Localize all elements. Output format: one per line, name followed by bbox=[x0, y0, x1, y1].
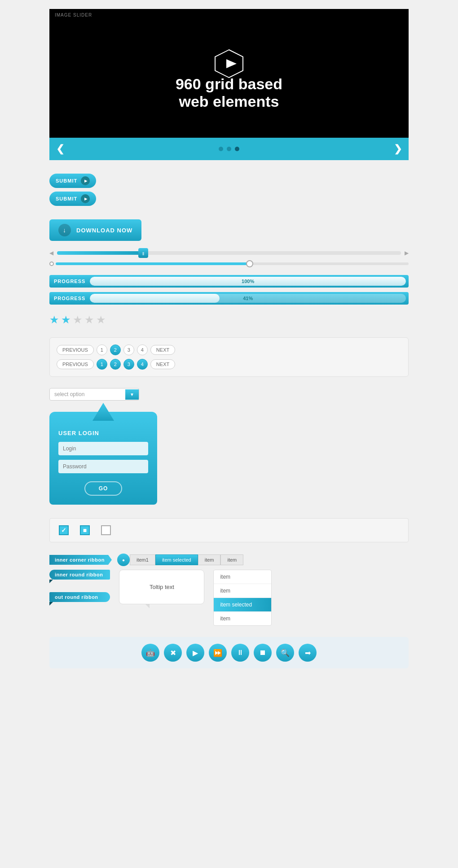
progress-label-2: PROGRESS bbox=[49, 296, 90, 301]
dropdown-item-1[interactable]: item bbox=[214, 570, 271, 584]
prev-button-1[interactable]: PREVIOUS bbox=[57, 345, 94, 355]
media-next-button[interactable]: ➡ bbox=[299, 644, 317, 662]
tab-item-2-label: item selected bbox=[162, 557, 191, 563]
dropdown-item-3-label: item selected bbox=[220, 602, 252, 608]
page-num-2-1[interactable]: 1 bbox=[97, 359, 107, 370]
progress-track-1: 100% bbox=[90, 277, 406, 286]
slider-thumb-2[interactable] bbox=[246, 260, 253, 267]
slider-dot-3[interactable] bbox=[235, 147, 239, 151]
pagination-row-1: PREVIOUS 1 2 3 4 NEXT bbox=[57, 345, 401, 355]
slider-thumb-1[interactable] bbox=[138, 248, 148, 258]
tab-bar: ● item1 item selected item item bbox=[117, 554, 243, 566]
media-pause-button[interactable]: ⏸ bbox=[231, 644, 249, 662]
select-wrapper[interactable]: select option ▼ bbox=[49, 388, 139, 401]
login-go-button[interactable]: GO bbox=[84, 481, 123, 496]
ribbons-left: inner round ribbon out round ribbon bbox=[49, 570, 110, 602]
media-close-button[interactable]: ✖ bbox=[164, 644, 182, 662]
slider-dot-left bbox=[49, 262, 54, 266]
tooltip-text: Toltip text bbox=[150, 584, 174, 590]
media-play-button[interactable]: ▶ bbox=[186, 644, 204, 662]
download-label: DOWNLOAD NOW bbox=[76, 227, 132, 234]
page-num-1-1[interactable]: 1 bbox=[97, 345, 107, 355]
progress-text-1: 100% bbox=[90, 279, 406, 284]
media-robot-button[interactable]: 🤖 bbox=[141, 644, 159, 662]
media-search-button[interactable]: 🔍 bbox=[276, 644, 294, 662]
tab-item-2[interactable]: item selected bbox=[155, 554, 198, 565]
login-input[interactable] bbox=[58, 442, 148, 455]
password-input[interactable] bbox=[58, 460, 148, 473]
tab-item-3[interactable]: item bbox=[198, 554, 221, 565]
star-2[interactable]: ★ bbox=[61, 314, 71, 326]
next-button-2[interactable]: NEXT bbox=[150, 359, 175, 369]
tab-item-4-label: item bbox=[227, 557, 237, 563]
dropdown-item-2[interactable]: item bbox=[214, 584, 271, 598]
submit-button-2[interactable]: SUBMIT bbox=[49, 192, 96, 206]
checkbox-1[interactable]: ✓ bbox=[59, 525, 69, 535]
tab-item-4[interactable]: item bbox=[220, 554, 243, 565]
select-section: select option ▼ bbox=[49, 388, 409, 401]
inner-round-ribbon-label: inner round ribbon bbox=[55, 572, 103, 577]
ribbon-row-2: inner round ribbon out round ribbon Tolt… bbox=[49, 570, 409, 626]
ribbon-indicator-3 bbox=[49, 602, 53, 606]
slider-dots bbox=[219, 147, 239, 151]
star-5[interactable]: ★ bbox=[96, 314, 106, 326]
checkmark-icon: ✓ bbox=[61, 527, 66, 534]
dropdown-item-2-label: item bbox=[220, 588, 230, 594]
slider-dot-1[interactable] bbox=[219, 147, 223, 151]
svg-marker-1 bbox=[226, 59, 237, 68]
star-3[interactable]: ★ bbox=[73, 314, 83, 326]
dropdown-list: item item item selected item bbox=[213, 570, 272, 626]
download-button[interactable]: ↓ DOWNLOAD NOW bbox=[49, 219, 141, 241]
page-num-2-4[interactable]: 4 bbox=[137, 359, 148, 370]
ribbons-section: inner corner ribbon ● item1 item selecte… bbox=[49, 554, 409, 626]
page-num-1-2[interactable]: 2 bbox=[110, 345, 121, 355]
slider-dot-2[interactable] bbox=[227, 147, 231, 151]
play-hex-icon bbox=[213, 48, 245, 79]
dropdown-item-1-label: item bbox=[220, 574, 230, 580]
tab-item-1[interactable]: item1 bbox=[130, 554, 155, 565]
progress-track-2: 41% bbox=[90, 294, 406, 303]
slider-track-1[interactable] bbox=[57, 251, 401, 255]
media-fastforward-button[interactable]: ⏩ bbox=[209, 644, 227, 662]
select-placeholder: select option bbox=[50, 388, 125, 400]
ribbon-indicator bbox=[49, 565, 53, 568]
login-section: USER LOGIN GO bbox=[49, 412, 409, 505]
pagination-section: PREVIOUS 1 2 3 4 NEXT PREVIOUS 1 2 3 4 N… bbox=[49, 337, 409, 377]
submit-buttons-section: SUBMIT SUBMIT bbox=[49, 174, 409, 206]
slider-fill-1 bbox=[57, 251, 143, 255]
page-num-2-2[interactable]: 2 bbox=[110, 359, 121, 370]
dropdown-item-4-label: item bbox=[220, 615, 230, 622]
partial-checkmark-icon: ■ bbox=[83, 527, 87, 534]
next-button-1[interactable]: NEXT bbox=[150, 345, 175, 355]
login-card: USER LOGIN GO bbox=[49, 412, 157, 505]
checkbox-3[interactable] bbox=[101, 525, 111, 535]
checkbox-2[interactable]: ■ bbox=[80, 525, 90, 535]
range-slider-1: ◀ ▶ bbox=[49, 250, 409, 256]
progress-text-2: 41% bbox=[90, 296, 406, 301]
image-slider: iMAGE SLIDER 960 grid based web elements… bbox=[49, 9, 409, 160]
login-card-top bbox=[49, 412, 157, 425]
submit-button-1[interactable]: SUBMIT bbox=[49, 174, 96, 188]
slider-track-2[interactable] bbox=[56, 262, 409, 265]
download-arrow-icon: ↓ bbox=[58, 224, 71, 236]
star-1[interactable]: ★ bbox=[49, 314, 59, 326]
tab-item-1-label: item1 bbox=[137, 557, 149, 563]
slider-next-arrow[interactable]: ❯ bbox=[394, 143, 402, 155]
dropdown-item-4[interactable]: item bbox=[214, 612, 271, 625]
media-stop-button[interactable]: ⏹ bbox=[254, 644, 272, 662]
select-arrow-icon: ▼ bbox=[125, 389, 139, 400]
progress-bar-1: PROGRESS 100% bbox=[49, 275, 409, 288]
prev-button-2[interactable]: PREVIOUS bbox=[57, 359, 94, 369]
slider-prev-arrow[interactable]: ❮ bbox=[56, 143, 64, 155]
stars-container: ★ ★ ★ ★ ★ bbox=[49, 314, 409, 326]
page-num-1-3[interactable]: 3 bbox=[123, 345, 134, 355]
slider-content: 960 grid based web elements bbox=[49, 21, 409, 138]
tab-dot[interactable]: ● bbox=[117, 554, 130, 566]
page-num-2-3[interactable]: 3 bbox=[123, 359, 134, 370]
slider-title-line2: web elements bbox=[176, 93, 282, 110]
page-num-1-4[interactable]: 4 bbox=[137, 345, 148, 355]
star-4[interactable]: ★ bbox=[84, 314, 94, 326]
login-title: USER LOGIN bbox=[58, 430, 148, 436]
range-left-arrow: ◀ bbox=[49, 250, 53, 256]
dropdown-item-3[interactable]: item selected bbox=[214, 598, 271, 612]
